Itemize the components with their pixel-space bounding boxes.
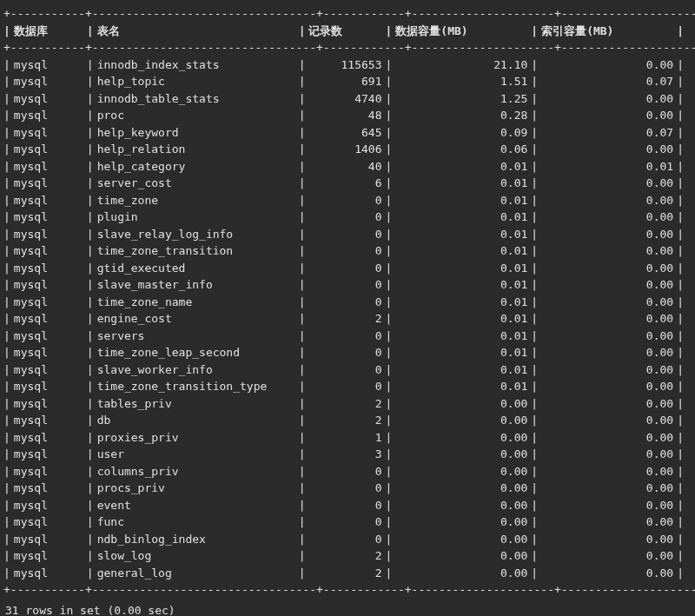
pipe: | xyxy=(677,141,684,158)
cell-index-mb: 0.00 xyxy=(538,310,677,328)
pipe: | xyxy=(385,141,392,158)
pipe: | xyxy=(3,107,10,124)
pipe: | xyxy=(531,412,538,429)
pipe: | xyxy=(677,565,684,582)
pipe: | xyxy=(531,361,538,379)
pipe: | xyxy=(385,242,392,260)
pipe: | xyxy=(677,328,684,345)
pipe: | xyxy=(677,242,684,260)
table-row: |mysql|servers|0|0.01|0.00| xyxy=(3,328,692,345)
cell-records: 40 xyxy=(305,158,385,176)
pipe: | xyxy=(677,260,684,277)
pipe: | xyxy=(531,328,538,345)
cell-records: 1 xyxy=(305,429,385,447)
pipe: | xyxy=(677,124,684,142)
pipe: | xyxy=(385,429,392,447)
cell-records: 2 xyxy=(305,395,385,413)
pipe: | xyxy=(87,242,94,260)
pipe: | xyxy=(299,310,306,328)
pipe: | xyxy=(385,497,392,514)
pipe: | xyxy=(385,276,392,294)
cell-table: columns_priv xyxy=(94,463,299,480)
table-row: |mysql|ndb_binlog_index|0|0.00|0.00| xyxy=(3,531,692,548)
pipe: | xyxy=(3,23,10,40)
pipe: | xyxy=(677,446,684,463)
cell-table: proxies_priv xyxy=(94,429,299,447)
cell-records: 0 xyxy=(305,344,385,361)
cell-data-mb: 0.00 xyxy=(392,480,531,497)
pipe: | xyxy=(3,226,10,243)
pipe: | xyxy=(385,310,392,328)
cell-records: 645 xyxy=(305,124,385,142)
pipe: | xyxy=(87,412,94,429)
cell-data-mb: 0.06 xyxy=(392,141,531,158)
pipe: | xyxy=(299,395,306,413)
pipe: | xyxy=(299,412,306,429)
cell-table: help_keyword xyxy=(94,124,299,142)
pipe: | xyxy=(385,260,392,277)
pipe: | xyxy=(677,90,684,108)
pipe: | xyxy=(677,463,684,480)
cell-data-mb: 1.51 xyxy=(392,73,531,90)
cell-data-mb: 0.01 xyxy=(392,276,531,294)
cell-records: 2 xyxy=(305,565,385,582)
pipe: | xyxy=(385,209,392,226)
cell-table: time_zone xyxy=(94,192,299,209)
pipe: | xyxy=(3,361,10,379)
cell-db: mysql xyxy=(10,276,87,294)
pipe: | xyxy=(299,226,306,243)
cell-index-mb: 0.00 xyxy=(538,90,677,108)
pipe: | xyxy=(531,395,538,413)
pipe: | xyxy=(531,23,538,40)
pipe: | xyxy=(677,73,684,90)
cell-db: mysql xyxy=(10,90,87,108)
pipe: | xyxy=(87,175,94,192)
table-row: |mysql|general_log|2|0.00|0.00| xyxy=(3,565,692,582)
pipe: | xyxy=(3,209,10,226)
pipe: | xyxy=(299,158,306,176)
pipe: | xyxy=(385,73,392,90)
pipe: | xyxy=(87,480,94,497)
pipe: | xyxy=(3,497,10,514)
cell-data-mb: 0.01 xyxy=(392,209,531,226)
cell-records: 6 xyxy=(305,175,385,192)
table-row: |mysql|time_zone_leap_second|0|0.01|0.00… xyxy=(3,344,692,361)
pipe: | xyxy=(531,107,538,124)
pipe: | xyxy=(87,497,94,514)
pipe: | xyxy=(531,513,538,531)
cell-records: 3 xyxy=(305,446,385,463)
pipe: | xyxy=(531,547,538,565)
pipe: | xyxy=(677,429,684,447)
cell-table: procs_priv xyxy=(94,480,299,497)
pipe: | xyxy=(385,294,392,311)
pipe: | xyxy=(677,107,684,124)
cell-records: 0 xyxy=(305,260,385,277)
cell-index-mb: 0.00 xyxy=(538,480,677,497)
pipe: | xyxy=(87,73,94,90)
pipe: | xyxy=(87,446,94,463)
cell-index-mb: 0.00 xyxy=(538,378,677,395)
pipe: | xyxy=(531,429,538,447)
cell-data-mb: 0.28 xyxy=(392,107,531,124)
cell-index-mb: 0.07 xyxy=(538,73,677,90)
header-data-mb: 数据容量(MB) xyxy=(392,23,531,40)
pipe: | xyxy=(87,276,94,294)
cell-index-mb: 0.00 xyxy=(538,226,677,243)
pipe: | xyxy=(3,260,10,277)
cell-records: 1406 xyxy=(305,141,385,158)
cell-data-mb: 1.25 xyxy=(392,90,531,108)
pipe: | xyxy=(531,565,538,582)
pipe: | xyxy=(531,463,538,480)
cell-data-mb: 0.00 xyxy=(392,429,531,447)
cell-db: mysql xyxy=(10,412,87,429)
pipe: | xyxy=(385,175,392,192)
pipe: | xyxy=(299,328,306,345)
pipe: | xyxy=(531,209,538,226)
pipe: | xyxy=(3,395,10,413)
cell-data-mb: 0.01 xyxy=(392,361,531,379)
cell-db: mysql xyxy=(10,124,87,142)
pipe: | xyxy=(87,378,94,395)
cell-records: 0 xyxy=(305,531,385,548)
cell-index-mb: 0.00 xyxy=(538,260,677,277)
cell-db: mysql xyxy=(10,565,87,582)
